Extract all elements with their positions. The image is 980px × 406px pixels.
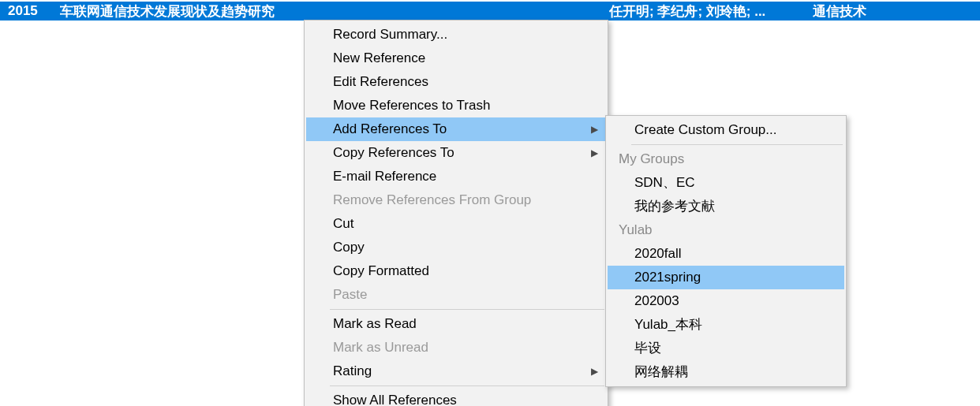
menu-email-reference[interactable]: E-mail Reference [306, 165, 606, 188]
group-item[interactable]: Yulab_本科 [608, 313, 844, 337]
menu-add-references-to[interactable]: Add References To ▶ [306, 117, 606, 141]
group-item[interactable]: 2020fall [608, 242, 844, 266]
menu-copy-references-to[interactable]: Copy References To ▶ [306, 141, 606, 165]
menu-add-references-to-label: Add References To [333, 121, 447, 136]
menu-copy[interactable]: Copy [306, 236, 606, 259]
cell-journal: 通信技术 [813, 2, 971, 20]
menu-show-all-references[interactable]: Show All References [306, 389, 606, 406]
group-header: Yulab [608, 218, 844, 242]
menu-remove-from-group: Remove References From Group [306, 188, 606, 212]
group-item[interactable]: 202003 [608, 289, 844, 313]
group-header: My Groups [608, 147, 844, 171]
group-item[interactable]: SDN、EC [608, 171, 844, 195]
menu-separator [330, 386, 604, 386]
chevron-right-icon: ▶ [591, 363, 598, 380]
cell-year: 2015 [0, 3, 60, 19]
chevron-right-icon: ▶ [591, 144, 598, 162]
group-item[interactable]: 我的参考文献 [608, 195, 844, 218]
menu-separator [330, 309, 604, 310]
reference-row-selected[interactable]: 2015 车联网通信技术发展现状及趋势研究 任开明; 李纪舟; 刘玲艳; ...… [0, 2, 980, 20]
chevron-right-icon: ▶ [591, 121, 598, 138]
menu-mark-as-unread: Mark as Unread [306, 336, 606, 359]
menu-rating-label: Rating [333, 363, 372, 378]
cell-title: 车联网通信技术发展现状及趋势研究 [60, 2, 609, 20]
menu-rating[interactable]: Rating ▶ [306, 359, 606, 383]
menu-copy-references-to-label: Copy References To [333, 145, 454, 160]
menu-separator [631, 144, 843, 145]
submenu-add-references-to: Create Custom Group... My GroupsSDN、EC我的… [605, 115, 847, 387]
group-item[interactable]: 2021spring [608, 266, 844, 289]
menu-record-summary[interactable]: Record Summary... [306, 23, 606, 47]
menu-paste: Paste [306, 283, 606, 307]
group-item[interactable]: 网络解耦 [608, 360, 844, 384]
cell-author: 任开明; 李纪舟; 刘玲艳; ... [609, 2, 813, 20]
menu-copy-formatted[interactable]: Copy Formatted [306, 259, 606, 283]
menu-mark-as-read[interactable]: Mark as Read [306, 312, 606, 336]
submenu-create-custom-group[interactable]: Create Custom Group... [608, 118, 844, 142]
context-menu: Record Summary... New Reference Edit Ref… [304, 20, 608, 406]
group-item[interactable]: 毕设 [608, 337, 844, 360]
menu-new-reference[interactable]: New Reference [306, 47, 606, 70]
menu-move-to-trash[interactable]: Move References to Trash [306, 94, 606, 117]
menu-cut[interactable]: Cut [306, 212, 606, 236]
menu-edit-references[interactable]: Edit References [306, 70, 606, 94]
